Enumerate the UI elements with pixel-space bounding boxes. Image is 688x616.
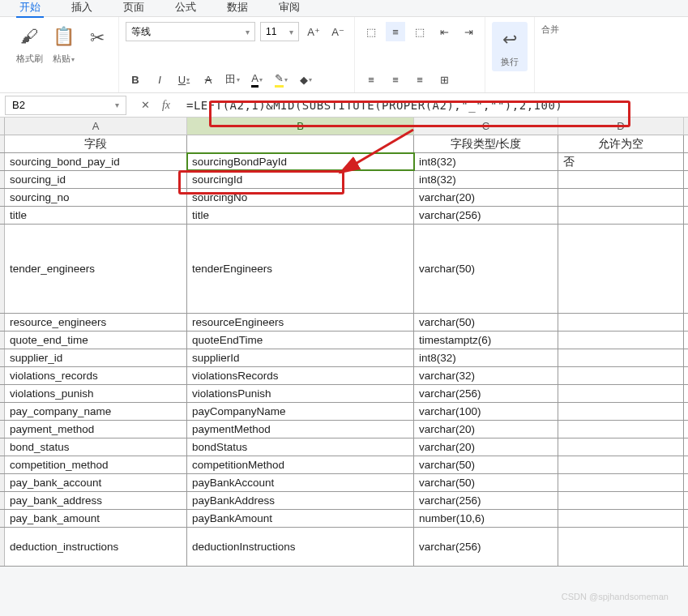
cell[interactable]: paymentMethod (187, 421, 414, 438)
wrap-text-button[interactable]: ↩ 换行 (492, 22, 528, 71)
cell[interactable] (558, 367, 684, 384)
cell[interactable]: int8(32) (414, 349, 558, 366)
cell[interactable]: varchar(50) (414, 225, 558, 313)
paste-button[interactable]: 📋 粘贴▾ (49, 22, 78, 65)
cell[interactable] (558, 314, 684, 331)
cell[interactable]: varchar(50) (414, 456, 558, 473)
cell[interactable]: violations_records (5, 367, 187, 384)
distribute-button[interactable]: ⊞ (434, 70, 454, 89)
cell[interactable]: varchar(256) (414, 492, 558, 509)
col-header-c[interactable]: C (414, 118, 558, 135)
cell[interactable] (558, 207, 684, 224)
cell[interactable]: violations_punish (5, 385, 187, 402)
tab-data[interactable]: 数据 (224, 0, 251, 15)
cell[interactable]: varchar(20) (414, 421, 558, 438)
cell[interactable]: varchar(100) (414, 403, 558, 420)
cell[interactable]: payBankAccount (187, 474, 414, 491)
italic-button[interactable]: I (150, 70, 169, 89)
cell[interactable]: quote_end_time (5, 332, 187, 349)
highlight-button[interactable]: ◆▾ (296, 70, 315, 89)
cell[interactable] (558, 332, 684, 349)
cell[interactable]: sourcing_bond_pay_id (5, 153, 187, 170)
align-right-button[interactable]: ≡ (410, 70, 429, 89)
cell[interactable]: bondStatus (187, 438, 414, 456)
align-center-button[interactable]: ≡ (386, 70, 405, 89)
cell[interactable]: pay_bank_amount (5, 510, 187, 527)
cell[interactable]: varchar(256) (414, 207, 558, 224)
cell[interactable] (558, 456, 684, 473)
cell[interactable]: number(10,6) (414, 510, 558, 527)
cell[interactable]: title (5, 207, 187, 224)
cell[interactable] (558, 225, 684, 313)
cell[interactable]: varchar(20) (414, 189, 558, 206)
align-top-button[interactable]: ⬚ (361, 22, 381, 41)
decrease-font-button[interactable]: A⁻ (328, 22, 348, 41)
cell[interactable]: sourcing_no (5, 189, 187, 206)
cell[interactable]: int8(32) (414, 171, 558, 188)
cell[interactable]: pay_bank_account (5, 474, 187, 491)
cell[interactable]: pay_bank_address (5, 492, 187, 509)
font-color-button[interactable]: A▾ (247, 70, 267, 89)
cell[interactable]: tenderEngineers (187, 225, 414, 313)
cell[interactable]: violationsRecords (187, 367, 414, 384)
cell[interactable] (558, 349, 684, 366)
cell[interactable]: varchar(20) (414, 438, 558, 456)
align-left-button[interactable]: ≡ (361, 70, 381, 89)
cell[interactable]: 字段 (5, 135, 187, 152)
cell[interactable] (558, 474, 684, 491)
cell[interactable]: 允许为空 (558, 135, 684, 152)
cell[interactable]: pay_company_name (5, 403, 187, 420)
cell[interactable]: deduction_instructions (5, 528, 187, 566)
cell[interactable]: sourcingBondPayId (187, 153, 414, 170)
cell[interactable] (558, 189, 684, 206)
cell[interactable]: tender_engineers (5, 225, 187, 313)
cell[interactable]: varchar(256) (414, 385, 558, 402)
cell[interactable] (558, 528, 684, 566)
font-name-select[interactable]: 等线▾ (126, 22, 255, 41)
cell[interactable]: title (187, 207, 414, 224)
tab-formula[interactable]: 公式 (172, 0, 199, 15)
cell[interactable]: varchar(50) (414, 474, 558, 491)
strikethrough-button[interactable]: A (199, 70, 218, 89)
cell[interactable] (558, 171, 684, 188)
formula-input[interactable]: =LEFT(A2,1)&MID(SUBSTITUTE(PROPER(A2),"_… (180, 96, 688, 115)
border-button[interactable]: 田▾ (223, 70, 242, 89)
cell[interactable] (558, 438, 684, 456)
tab-review[interactable]: 审阅 (276, 0, 303, 15)
cell[interactable]: payCompanyName (187, 403, 414, 420)
name-box[interactable]: B2▾ (5, 96, 126, 115)
cell[interactable]: payBankAmount (187, 510, 414, 527)
decrease-indent-button[interactable]: ⇤ (434, 22, 454, 41)
cell[interactable]: timestamptz(6) (414, 332, 558, 349)
cell[interactable]: quoteEndTime (187, 332, 414, 349)
col-header-d[interactable]: D (558, 118, 684, 135)
bold-button[interactable]: B (126, 70, 145, 89)
merge-button[interactable]: 合并 (541, 22, 559, 36)
cell[interactable]: 否 (558, 153, 684, 170)
cell[interactable] (558, 403, 684, 420)
increase-indent-button[interactable]: ⇥ (459, 22, 478, 41)
tab-start[interactable]: 开始 (16, 0, 44, 15)
cell[interactable]: sourcingId (187, 171, 414, 188)
cell[interactable]: 字段类型/长度 (414, 135, 558, 152)
font-size-select[interactable]: 11▾ (260, 22, 299, 41)
cell[interactable]: sourcing_id (5, 171, 187, 188)
cell[interactable]: int8(32) (414, 153, 558, 170)
cell[interactable]: supplier_id (5, 349, 187, 366)
col-header-b[interactable]: B (187, 118, 414, 135)
cell[interactable]: payBankAddress (187, 492, 414, 509)
cell[interactable]: deductionInstructions (187, 528, 414, 566)
cut-button[interactable]: ✂ (83, 24, 112, 64)
cell[interactable] (187, 135, 414, 152)
cell[interactable]: payment_method (5, 421, 187, 438)
tab-page[interactable]: 页面 (120, 0, 147, 15)
cell[interactable]: sourcingNo (187, 189, 414, 206)
format-painter-button[interactable]: 🖌 格式刷 (15, 22, 44, 65)
underline-button[interactable]: U▾ (174, 70, 194, 89)
align-bottom-button[interactable]: ⬚ (410, 22, 429, 41)
increase-font-button[interactable]: A⁺ (304, 22, 323, 41)
align-middle-button[interactable]: ≡ (386, 22, 405, 41)
cell[interactable]: competition_method (5, 456, 187, 473)
fx-button[interactable]: fx (157, 96, 175, 114)
cell[interactable] (558, 492, 684, 509)
